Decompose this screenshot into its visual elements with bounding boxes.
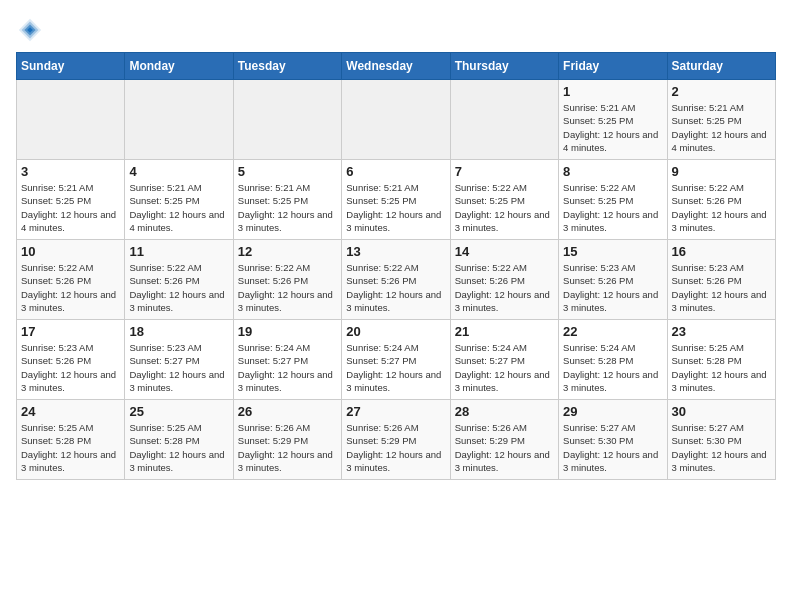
day-number: 17 [21, 324, 120, 339]
calendar-cell: 21Sunrise: 5:24 AM Sunset: 5:27 PM Dayli… [450, 320, 558, 400]
day-info: Sunrise: 5:22 AM Sunset: 5:25 PM Dayligh… [563, 181, 662, 234]
day-info: Sunrise: 5:24 AM Sunset: 5:28 PM Dayligh… [563, 341, 662, 394]
calendar-cell: 6Sunrise: 5:21 AM Sunset: 5:25 PM Daylig… [342, 160, 450, 240]
day-number: 20 [346, 324, 445, 339]
calendar-cell [450, 80, 558, 160]
day-number: 25 [129, 404, 228, 419]
day-info: Sunrise: 5:21 AM Sunset: 5:25 PM Dayligh… [563, 101, 662, 154]
weekday-header-saturday: Saturday [667, 53, 775, 80]
day-number: 30 [672, 404, 771, 419]
day-number: 2 [672, 84, 771, 99]
day-number: 13 [346, 244, 445, 259]
calendar-cell: 25Sunrise: 5:25 AM Sunset: 5:28 PM Dayli… [125, 400, 233, 480]
calendar-body: 1Sunrise: 5:21 AM Sunset: 5:25 PM Daylig… [17, 80, 776, 480]
calendar-cell [233, 80, 341, 160]
day-info: Sunrise: 5:22 AM Sunset: 5:26 PM Dayligh… [238, 261, 337, 314]
calendar-cell: 11Sunrise: 5:22 AM Sunset: 5:26 PM Dayli… [125, 240, 233, 320]
day-info: Sunrise: 5:26 AM Sunset: 5:29 PM Dayligh… [238, 421, 337, 474]
calendar-cell: 10Sunrise: 5:22 AM Sunset: 5:26 PM Dayli… [17, 240, 125, 320]
day-number: 1 [563, 84, 662, 99]
calendar-cell: 16Sunrise: 5:23 AM Sunset: 5:26 PM Dayli… [667, 240, 775, 320]
weekday-header-monday: Monday [125, 53, 233, 80]
calendar-cell: 22Sunrise: 5:24 AM Sunset: 5:28 PM Dayli… [559, 320, 667, 400]
day-info: Sunrise: 5:27 AM Sunset: 5:30 PM Dayligh… [672, 421, 771, 474]
day-number: 3 [21, 164, 120, 179]
day-info: Sunrise: 5:23 AM Sunset: 5:26 PM Dayligh… [21, 341, 120, 394]
calendar-table: SundayMondayTuesdayWednesdayThursdayFrid… [16, 52, 776, 480]
weekday-header-thursday: Thursday [450, 53, 558, 80]
header-area [16, 16, 776, 44]
day-number: 24 [21, 404, 120, 419]
day-info: Sunrise: 5:21 AM Sunset: 5:25 PM Dayligh… [129, 181, 228, 234]
day-info: Sunrise: 5:21 AM Sunset: 5:25 PM Dayligh… [238, 181, 337, 234]
calendar-cell: 15Sunrise: 5:23 AM Sunset: 5:26 PM Dayli… [559, 240, 667, 320]
day-info: Sunrise: 5:21 AM Sunset: 5:25 PM Dayligh… [21, 181, 120, 234]
day-info: Sunrise: 5:25 AM Sunset: 5:28 PM Dayligh… [129, 421, 228, 474]
calendar-week-3: 10Sunrise: 5:22 AM Sunset: 5:26 PM Dayli… [17, 240, 776, 320]
calendar-cell [342, 80, 450, 160]
weekday-header-row: SundayMondayTuesdayWednesdayThursdayFrid… [17, 53, 776, 80]
calendar-cell: 1Sunrise: 5:21 AM Sunset: 5:25 PM Daylig… [559, 80, 667, 160]
day-number: 8 [563, 164, 662, 179]
day-info: Sunrise: 5:26 AM Sunset: 5:29 PM Dayligh… [455, 421, 554, 474]
day-number: 26 [238, 404, 337, 419]
calendar-cell: 30Sunrise: 5:27 AM Sunset: 5:30 PM Dayli… [667, 400, 775, 480]
day-number: 7 [455, 164, 554, 179]
day-number: 6 [346, 164, 445, 179]
day-info: Sunrise: 5:22 AM Sunset: 5:25 PM Dayligh… [455, 181, 554, 234]
weekday-header-sunday: Sunday [17, 53, 125, 80]
day-info: Sunrise: 5:22 AM Sunset: 5:26 PM Dayligh… [129, 261, 228, 314]
day-number: 29 [563, 404, 662, 419]
day-info: Sunrise: 5:22 AM Sunset: 5:26 PM Dayligh… [346, 261, 445, 314]
day-number: 21 [455, 324, 554, 339]
calendar-cell: 28Sunrise: 5:26 AM Sunset: 5:29 PM Dayli… [450, 400, 558, 480]
calendar-cell: 23Sunrise: 5:25 AM Sunset: 5:28 PM Dayli… [667, 320, 775, 400]
calendar-cell: 2Sunrise: 5:21 AM Sunset: 5:25 PM Daylig… [667, 80, 775, 160]
calendar-cell: 26Sunrise: 5:26 AM Sunset: 5:29 PM Dayli… [233, 400, 341, 480]
calendar-week-1: 1Sunrise: 5:21 AM Sunset: 5:25 PM Daylig… [17, 80, 776, 160]
calendar-cell: 27Sunrise: 5:26 AM Sunset: 5:29 PM Dayli… [342, 400, 450, 480]
calendar-cell: 18Sunrise: 5:23 AM Sunset: 5:27 PM Dayli… [125, 320, 233, 400]
weekday-header-friday: Friday [559, 53, 667, 80]
day-number: 18 [129, 324, 228, 339]
day-info: Sunrise: 5:24 AM Sunset: 5:27 PM Dayligh… [346, 341, 445, 394]
calendar-week-2: 3Sunrise: 5:21 AM Sunset: 5:25 PM Daylig… [17, 160, 776, 240]
weekday-header-tuesday: Tuesday [233, 53, 341, 80]
day-info: Sunrise: 5:25 AM Sunset: 5:28 PM Dayligh… [672, 341, 771, 394]
calendar-cell: 13Sunrise: 5:22 AM Sunset: 5:26 PM Dayli… [342, 240, 450, 320]
day-info: Sunrise: 5:21 AM Sunset: 5:25 PM Dayligh… [672, 101, 771, 154]
day-info: Sunrise: 5:22 AM Sunset: 5:26 PM Dayligh… [672, 181, 771, 234]
calendar-cell [125, 80, 233, 160]
weekday-header-wednesday: Wednesday [342, 53, 450, 80]
calendar-cell: 19Sunrise: 5:24 AM Sunset: 5:27 PM Dayli… [233, 320, 341, 400]
day-info: Sunrise: 5:23 AM Sunset: 5:26 PM Dayligh… [672, 261, 771, 314]
day-info: Sunrise: 5:21 AM Sunset: 5:25 PM Dayligh… [346, 181, 445, 234]
calendar-cell: 12Sunrise: 5:22 AM Sunset: 5:26 PM Dayli… [233, 240, 341, 320]
day-info: Sunrise: 5:25 AM Sunset: 5:28 PM Dayligh… [21, 421, 120, 474]
day-number: 10 [21, 244, 120, 259]
logo-icon [16, 16, 44, 44]
day-number: 11 [129, 244, 228, 259]
day-info: Sunrise: 5:23 AM Sunset: 5:26 PM Dayligh… [563, 261, 662, 314]
day-number: 9 [672, 164, 771, 179]
day-number: 22 [563, 324, 662, 339]
day-info: Sunrise: 5:22 AM Sunset: 5:26 PM Dayligh… [455, 261, 554, 314]
day-number: 16 [672, 244, 771, 259]
calendar-week-4: 17Sunrise: 5:23 AM Sunset: 5:26 PM Dayli… [17, 320, 776, 400]
day-info: Sunrise: 5:22 AM Sunset: 5:26 PM Dayligh… [21, 261, 120, 314]
calendar-cell: 5Sunrise: 5:21 AM Sunset: 5:25 PM Daylig… [233, 160, 341, 240]
day-number: 12 [238, 244, 337, 259]
day-number: 4 [129, 164, 228, 179]
calendar-cell: 17Sunrise: 5:23 AM Sunset: 5:26 PM Dayli… [17, 320, 125, 400]
calendar-cell: 7Sunrise: 5:22 AM Sunset: 5:25 PM Daylig… [450, 160, 558, 240]
calendar-cell: 8Sunrise: 5:22 AM Sunset: 5:25 PM Daylig… [559, 160, 667, 240]
day-info: Sunrise: 5:26 AM Sunset: 5:29 PM Dayligh… [346, 421, 445, 474]
logo [16, 16, 48, 44]
day-number: 5 [238, 164, 337, 179]
day-number: 14 [455, 244, 554, 259]
day-info: Sunrise: 5:23 AM Sunset: 5:27 PM Dayligh… [129, 341, 228, 394]
calendar-header: SundayMondayTuesdayWednesdayThursdayFrid… [17, 53, 776, 80]
calendar-cell: 20Sunrise: 5:24 AM Sunset: 5:27 PM Dayli… [342, 320, 450, 400]
day-info: Sunrise: 5:24 AM Sunset: 5:27 PM Dayligh… [238, 341, 337, 394]
calendar-cell: 4Sunrise: 5:21 AM Sunset: 5:25 PM Daylig… [125, 160, 233, 240]
